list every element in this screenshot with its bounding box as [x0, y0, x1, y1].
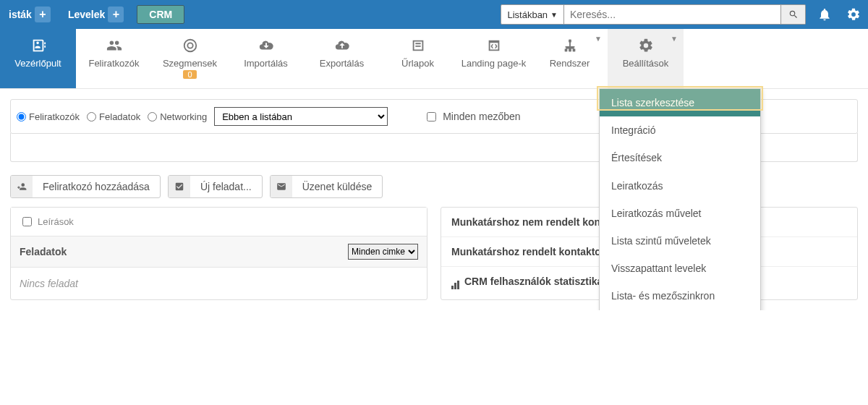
main-tabs: Vezérlőpult Feliratkozók Szegmensek 0 Im… — [0, 29, 868, 89]
checkbox-icon — [174, 182, 184, 192]
radio-input[interactable] — [17, 112, 26, 122]
descriptions-label: Leírások — [38, 216, 74, 227]
tab-segments[interactable]: Szegmensek 0 — [152, 29, 228, 88]
envelope-icon — [276, 182, 286, 192]
tab-subscribers[interactable]: Feliratkozók — [76, 29, 152, 88]
topbar-icons — [810, 0, 868, 29]
bell-icon[interactable] — [817, 7, 832, 22]
caret-down-icon: ▼ — [550, 11, 558, 19]
tab-label: Vezérlőpult — [14, 58, 61, 69]
form-icon — [410, 38, 426, 54]
people-icon — [106, 38, 122, 54]
menu-unsubscribe-action[interactable]: Leiratkozás művelet — [600, 200, 760, 227]
send-message-button[interactable]: Üzenet küldése — [270, 175, 383, 198]
nav-lists-label: isták — [9, 9, 32, 20]
topbar-left: isták + Levelek + CRM — [0, 0, 189, 29]
button-label: Üzenet küldése — [292, 181, 383, 192]
menu-bounced-mails[interactable]: Visszapattant levelek — [600, 255, 760, 282]
radio-input[interactable] — [87, 112, 96, 122]
descriptions-header: Leírások — [11, 208, 427, 236]
tab-import[interactable]: Importálás — [228, 29, 304, 88]
tab-dashboard[interactable]: Vezérlőpult — [0, 29, 76, 88]
gear-icon — [638, 38, 654, 54]
search-scope-label: Listákban — [507, 9, 548, 20]
descriptions-checkbox[interactable] — [22, 217, 32, 226]
target-icon — [182, 38, 198, 54]
list-scope-select[interactable]: Ebben a listában — [214, 107, 388, 126]
tab-label: Rendszer — [550, 58, 590, 69]
button-label: Feliratkozó hozzáadása — [33, 181, 160, 192]
tab-export[interactable]: Exportálás — [304, 29, 380, 88]
badge: 0 — [183, 70, 196, 79]
tab-forms[interactable]: Űrlapok — [380, 29, 456, 88]
menu-list-maintenance[interactable]: Lista karbantartása — [600, 310, 760, 311]
menu-unsubscribe[interactable]: Leiratkozás — [600, 172, 760, 200]
plus-icon[interactable]: + — [108, 7, 124, 22]
search-input[interactable] — [564, 4, 781, 25]
menu-list-level-actions[interactable]: Lista szintű műveletek — [600, 227, 760, 255]
search-area: Listákban ▼ — [496, 0, 810, 29]
checkbox-input[interactable] — [427, 112, 436, 122]
topbar: isták + Levelek + CRM Listákban ▼ — [0, 0, 868, 29]
icon-box — [271, 176, 292, 197]
settings-dropdown: Lista szerkesztése Integráció Értesítése… — [599, 88, 761, 310]
tab-label: Exportálás — [320, 58, 364, 69]
radio-label: Feliratkozók — [29, 111, 80, 122]
no-task-text: Nincs feladat — [20, 278, 78, 289]
menu-notifications[interactable]: Értesítések — [600, 144, 760, 171]
tasks-title: Feladatok — [20, 246, 67, 257]
new-task-button[interactable]: Új feladat... — [168, 175, 263, 198]
tag-filter-select[interactable]: Minden cimke — [348, 244, 418, 260]
left-panel: Leírások Feladatok Minden cimke Nincs fe… — [10, 207, 427, 300]
icon-box — [11, 176, 33, 197]
tasks-body: Nincs feladat — [11, 268, 427, 299]
tab-system[interactable]: ▼ Rendszer — [532, 29, 608, 88]
all-fields-checkbox[interactable]: Minden mezőben — [424, 110, 520, 124]
bar-chart-icon — [451, 278, 461, 286]
tab-settings[interactable]: ▼ Beállítások — [608, 29, 684, 88]
tab-label: Űrlapok — [401, 58, 434, 69]
content-area: Lista szerkesztése Integráció Értesítése… — [0, 89, 868, 310]
button-label: Új feladat... — [190, 181, 262, 192]
nav-crm[interactable]: CRM — [137, 5, 184, 24]
stats-label: CRM felhasználók statisztikái — [464, 276, 605, 287]
menu-edit-list[interactable]: Lista szerkesztése — [600, 89, 760, 116]
code-page-icon — [486, 38, 502, 54]
nav-lists[interactable]: isták + — [0, 7, 59, 22]
search-button[interactable] — [781, 4, 806, 25]
radio-label: Feladatok — [99, 111, 140, 122]
nav-emails-label: Levelek — [68, 9, 105, 20]
search-icon — [788, 9, 799, 20]
menu-list-field-sync[interactable]: Lista- és mezőszinkron — [600, 282, 760, 310]
sitemap-icon — [562, 38, 578, 54]
address-book-icon — [30, 38, 46, 54]
caret-down-icon: ▼ — [595, 35, 602, 43]
tab-label: Szegmensek — [163, 58, 217, 69]
add-subscriber-button[interactable]: Feliratkozó hozzáadása — [10, 175, 161, 198]
cloud-download-icon — [258, 38, 274, 54]
radio-subscribers[interactable]: Feliratkozók — [17, 111, 80, 122]
cloud-upload-icon — [334, 38, 350, 54]
caret-down-icon: ▼ — [671, 35, 678, 43]
add-user-icon — [17, 182, 27, 192]
radio-tasks[interactable]: Feladatok — [87, 111, 140, 122]
tab-landing[interactable]: Landing page-k — [456, 29, 532, 88]
icon-box — [169, 176, 190, 197]
radio-input[interactable] — [148, 112, 157, 122]
tab-label: Feliratkozók — [88, 58, 139, 69]
tab-label: Importálás — [244, 58, 288, 69]
radio-networking[interactable]: Networking — [148, 111, 207, 122]
nav-crm-label: CRM — [149, 9, 172, 20]
search-scope-dropdown[interactable]: Listákban ▼ — [501, 4, 564, 25]
tab-label: Beállítások — [623, 58, 669, 69]
gear-icon[interactable] — [846, 7, 861, 22]
tab-label: Landing page-k — [461, 58, 527, 69]
nav-emails[interactable]: Levelek + — [59, 7, 132, 22]
menu-integration[interactable]: Integráció — [600, 116, 760, 144]
radio-label: Networking — [160, 111, 207, 122]
checkbox-label: Minden mezőben — [443, 111, 520, 122]
tasks-header: Feladatok Minden cimke — [11, 236, 427, 268]
plus-icon[interactable]: + — [35, 7, 51, 22]
